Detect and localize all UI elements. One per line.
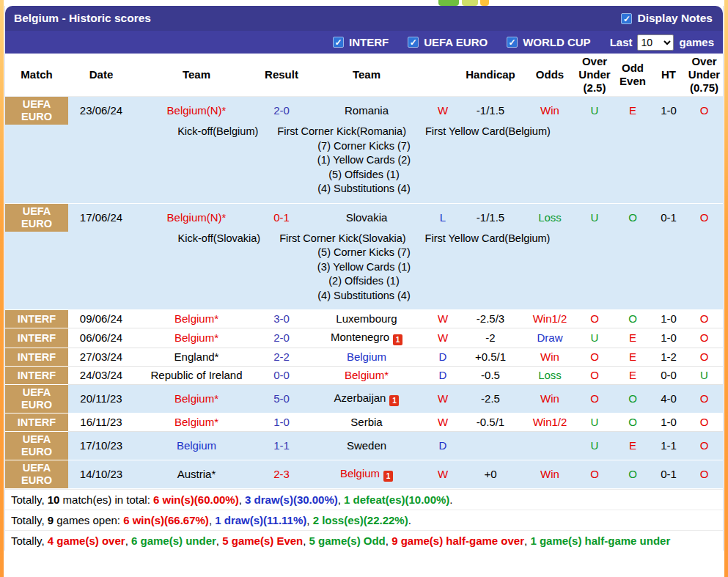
summary-footer: Totally, 10 match(es) in total: 6 win(s)… <box>5 489 723 551</box>
away-team-name[interactable]: Slovakia <box>346 211 388 224</box>
home-team-name[interactable]: Austria* <box>177 468 216 480</box>
match-odds: Loss <box>524 203 576 232</box>
col-header-blank <box>429 54 457 97</box>
left-edge-decoration <box>0 0 4 577</box>
match-notes-row: Kick-off(Belgium)First Corner Kick(Roman… <box>5 125 723 203</box>
match-row: UEFA EURO17/10/23Belgium1-1SwedenDUE1-1O <box>5 432 723 460</box>
home-team-name[interactable]: Belgium* <box>174 392 218 405</box>
top-cutoff-strip <box>0 0 728 6</box>
match-result: 0-0 <box>259 367 304 385</box>
summary-segment: 3 draw(s)(30.00%) <box>245 493 338 506</box>
odd-even: E <box>614 367 652 385</box>
checkbox-checked-icon[interactable] <box>333 37 344 48</box>
summary-line: Totally, 4 game(s) over, 6 game(s) under… <box>5 530 723 551</box>
over-under-2-5: O <box>576 367 614 385</box>
home-team[interactable]: Belgium* <box>134 328 259 348</box>
summary-segment: games open: <box>54 514 123 526</box>
match-competition: INTERF <box>5 310 68 328</box>
away-team[interactable]: Belgium <box>304 348 429 367</box>
match-competition: INTERF <box>5 348 68 367</box>
notes-stat-line: (1) Yellow Cards (2) <box>5 153 723 168</box>
match-date: 24/03/24 <box>68 367 134 385</box>
half-time-score: 1-0 <box>652 414 685 432</box>
home-team-name[interactable]: Republic of Ireland <box>150 369 242 381</box>
home-team[interactable]: Republic of Ireland <box>134 367 259 385</box>
over-under-0-75: O <box>685 385 723 414</box>
away-team-name[interactable]: Luxembourg <box>336 312 397 325</box>
away-team[interactable]: Romania <box>304 97 429 125</box>
games-count-select[interactable]: 10 <box>637 34 674 51</box>
col-header-handicap: Handicap <box>457 54 524 97</box>
notes-stat-line: (4) Substitutions (4) <box>5 289 723 304</box>
historic-scores-table: MatchDateTeamResultTeamHandicapOddsOver … <box>5 54 723 489</box>
competition-filter-world-cup[interactable]: WORLD CUP <box>507 36 591 48</box>
home-team-name[interactable]: Belgium(N)* <box>167 104 227 117</box>
home-team[interactable]: Belgium(N)* <box>134 203 259 232</box>
match-handicap <box>457 432 524 460</box>
away-team[interactable]: Luxembourg <box>304 310 429 328</box>
match-row: INTERF24/03/24Republic of Ireland0-0Belg… <box>5 367 723 385</box>
notes-kickoff-item: First Corner Kick(Romania) <box>277 125 406 137</box>
display-notes-toggle[interactable]: Display Notes <box>621 12 713 25</box>
away-team[interactable]: Belgium1 <box>304 460 429 489</box>
over-under-0-75: O <box>685 348 723 367</box>
away-team-name[interactable]: Belgium <box>347 350 386 363</box>
notes-stat-line: (5) Offsides (1) <box>5 168 723 183</box>
summary-segment: match(es) in total: <box>59 493 153 506</box>
notes-kickoff-line: Kick-off(Belgium)First Corner Kick(Roman… <box>5 125 723 139</box>
home-team-name[interactable]: Belgium <box>177 439 216 452</box>
home-team-name[interactable]: Belgium* <box>174 312 218 325</box>
away-team[interactable]: Serbia <box>304 414 429 432</box>
home-team-name[interactable]: England* <box>174 350 219 363</box>
home-team[interactable]: Belgium* <box>134 310 259 328</box>
home-team[interactable]: Belgium* <box>134 385 259 414</box>
summary-segment: 6 win(s)(60.00%) <box>153 493 239 506</box>
away-team[interactable]: Slovakia <box>304 203 429 232</box>
away-team-name[interactable]: Romania <box>345 104 389 117</box>
home-team[interactable]: Belgium(N)* <box>134 97 259 125</box>
away-team-name[interactable]: Sweden <box>347 439 386 452</box>
away-team[interactable]: Belgium* <box>304 367 429 385</box>
match-odds: Loss <box>524 367 576 385</box>
away-team-name[interactable]: Serbia <box>350 416 382 428</box>
away-team[interactable]: Azerbaijan1 <box>304 385 429 414</box>
col-header-result: Result <box>259 54 304 97</box>
away-team[interactable]: Sweden <box>304 432 429 460</box>
competition-filter-interf[interactable]: INTERF <box>333 36 389 48</box>
competition-filter-uefa-euro[interactable]: UEFA EURO <box>408 36 488 48</box>
match-result: 2-0 <box>259 97 304 125</box>
checkbox-checked-icon[interactable] <box>621 13 632 24</box>
odd-even: O <box>614 414 652 432</box>
away-team-name[interactable]: Montenegro <box>331 331 389 343</box>
match-handicap: -0.5/1 <box>457 414 524 432</box>
checkbox-checked-icon[interactable] <box>408 37 419 48</box>
checkbox-checked-icon[interactable] <box>507 37 518 48</box>
home-team-name[interactable]: Belgium(N)* <box>167 211 227 224</box>
col-header-team: Team <box>304 54 429 97</box>
summary-segment: . <box>449 493 452 506</box>
cutoff-decoration <box>438 0 459 6</box>
home-team[interactable]: Belgium* <box>134 414 259 432</box>
home-team[interactable]: Belgium <box>134 432 259 460</box>
away-team[interactable]: Montenegro1 <box>304 328 429 348</box>
away-team-name[interactable]: Azerbaijan <box>334 392 386 404</box>
match-wdl: W <box>429 97 457 125</box>
home-team[interactable]: Austria* <box>134 460 259 489</box>
home-team[interactable]: England* <box>134 348 259 367</box>
odd-even: E <box>614 348 652 367</box>
away-team-name[interactable]: Belgium* <box>345 369 389 381</box>
match-date: 17/06/24 <box>68 203 134 232</box>
away-team-name[interactable]: Belgium <box>340 467 380 479</box>
home-team-name[interactable]: Belgium* <box>174 416 218 428</box>
match-wdl: W <box>429 460 457 489</box>
match-result: 2-3 <box>259 460 304 489</box>
match-competition: UEFA EURO <box>5 432 68 460</box>
match-wdl: W <box>429 385 457 414</box>
match-date: 17/10/23 <box>68 432 134 460</box>
home-team-name[interactable]: Belgium* <box>174 331 218 344</box>
match-date: 09/06/24 <box>68 310 134 328</box>
table-header-row: MatchDateTeamResultTeamHandicapOddsOver … <box>5 54 723 97</box>
match-competition: INTERF <box>5 414 68 432</box>
over-under-2-5: O <box>576 310 614 328</box>
match-date: 27/03/24 <box>68 348 134 367</box>
